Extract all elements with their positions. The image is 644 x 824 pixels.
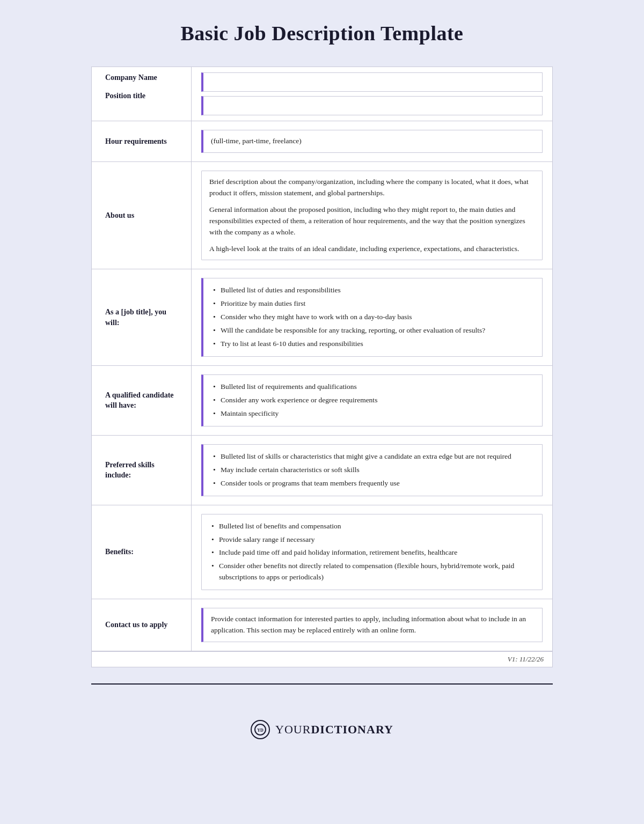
preferred-skills-box[interactable]: Bulleted list of skills or characteristi…	[201, 444, 543, 496]
contact-text: Provide contact information for interest…	[211, 615, 526, 634]
hour-requirements-placeholder: (full-time, part-time, freelance)	[211, 136, 302, 147]
qualified-candidate-bullet-1: Bulleted list of requirements and qualif…	[211, 380, 535, 394]
qualified-candidate-bullet-2: Consider any work experience or degree r…	[211, 394, 535, 407]
svg-text:YD: YD	[257, 728, 264, 733]
version-text: V1: 11/22/26	[508, 655, 544, 664]
about-us-paragraph-2: General information about the proposed p…	[209, 204, 535, 238]
about-us-paragraph-1: Brief description about the company/orga…	[209, 176, 535, 199]
footer-brand-bold: DICTIONARY	[311, 723, 393, 736]
job-title-bullet-1: Bulleted list of duties and responsibili…	[211, 284, 535, 297]
footer-divider	[91, 683, 553, 685]
about-us-paragraph-3: A high-level look at the traits of an id…	[209, 244, 535, 255]
preferred-skills-bullet-3: Consider tools or programs that team mem…	[211, 477, 535, 490]
preferred-skills-bullet-1: Bulleted list of skills or characteristi…	[211, 450, 535, 464]
hour-requirements-row: Hour requirements (full-time, part-time,…	[92, 121, 552, 162]
about-us-row: About us Brief description about the com…	[92, 162, 552, 270]
job-title-bullet-list: Bulleted list of duties and responsibili…	[211, 284, 535, 351]
job-title-row: As a [job title], you will: Bulleted lis…	[92, 269, 552, 366]
preferred-skills-row: Preferred skills include: Bulleted list …	[92, 436, 552, 505]
company-name-label: Company Name	[105, 73, 180, 82]
contact-label: Contact us to apply	[105, 620, 167, 630]
benefits-box[interactable]: Bulleted list of benefits and compensati…	[201, 514, 543, 591]
position-title-label: Position title	[105, 92, 180, 100]
company-position-row: Company Name Position title	[92, 67, 552, 121]
qualified-candidate-row: A qualified candidate will have: Bullete…	[92, 366, 552, 436]
company-name-input[interactable]	[201, 72, 543, 92]
benefits-bullet-1: Bulleted list of benefits and compensati…	[209, 520, 535, 533]
position-title-input[interactable]	[201, 96, 543, 115]
benefits-bullet-3: Include paid time off and paid holiday i…	[209, 546, 535, 560]
job-title-label: As a [job title], you will:	[105, 307, 180, 328]
about-us-label: About us	[105, 210, 134, 221]
benefits-bullet-2: Provide salary range if necessary	[209, 533, 535, 547]
qualified-candidate-bullet-3: Maintain specificity	[211, 407, 535, 421]
preferred-skills-bullet-list: Bulleted list of skills or characteristi…	[211, 450, 535, 490]
logo-icon: YD	[254, 724, 266, 735]
template-container: Company Name Position title Hour require…	[91, 67, 553, 667]
qualified-candidate-label: A qualified candidate will have:	[105, 390, 180, 411]
job-title-bullet-3: Consider who they might have to work wit…	[211, 311, 535, 324]
job-title-box[interactable]: Bulleted list of duties and responsibili…	[201, 278, 543, 357]
job-title-bullet-2: Prioritize by main duties first	[211, 297, 535, 311]
qualified-candidate-bullet-list: Bulleted list of requirements and qualif…	[211, 380, 535, 421]
page-title: Basic Job Description Template	[181, 21, 464, 45]
benefits-bullet-list: Bulleted list of benefits and compensati…	[209, 520, 535, 585]
qualified-candidate-box[interactable]: Bulleted list of requirements and qualif…	[201, 374, 543, 426]
version-row: V1: 11/22/26	[92, 651, 552, 667]
contact-box[interactable]: Provide contact information for interest…	[201, 608, 543, 642]
benefits-row: Benefits: Bulleted list of benefits and …	[92, 505, 552, 600]
job-title-bullet-4: Will the candidate be responsible for an…	[211, 324, 535, 337]
preferred-skills-label: Preferred skills include:	[105, 460, 180, 481]
footer-brand-text: YOURDICTIONARY	[275, 723, 393, 737]
benefits-label: Benefits:	[105, 547, 134, 557]
job-title-bullet-5: Try to list at least 6-10 duties and res…	[211, 337, 535, 351]
hour-requirements-box[interactable]: (full-time, part-time, freelance)	[201, 130, 543, 153]
about-us-box[interactable]: Brief description about the company/orga…	[201, 171, 543, 261]
footer-logo: YD	[251, 720, 270, 739]
footer: YD YOURDICTIONARY	[251, 720, 393, 739]
preferred-skills-bullet-2: May include certain characteristics or s…	[211, 464, 535, 477]
benefits-bullet-4: Consider other benefits not directly rel…	[209, 560, 535, 584]
footer-brand-light: YOUR	[275, 723, 311, 736]
hour-requirements-label: Hour requirements	[105, 136, 167, 147]
contact-row: Contact us to apply Provide contact info…	[92, 599, 552, 651]
